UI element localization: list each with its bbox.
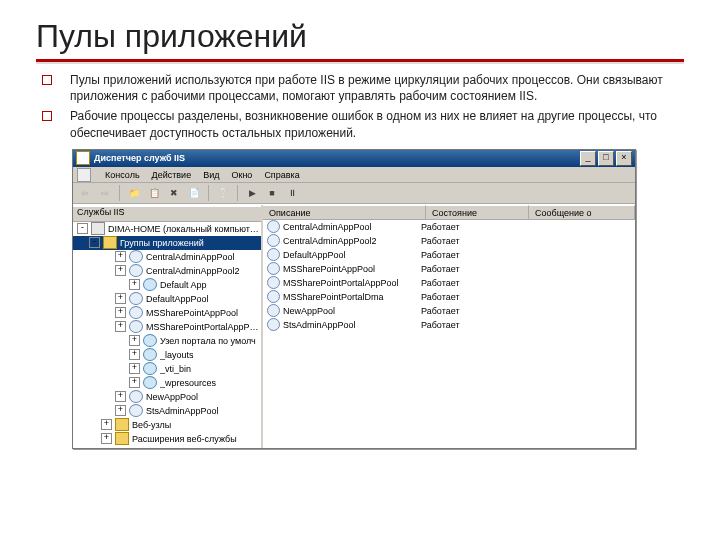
separator	[119, 185, 120, 201]
collapse-icon[interactable]: -	[77, 223, 88, 234]
list-row[interactable]: CentralAdminAppPool2Работает	[263, 234, 635, 248]
column-header[interactable]: Описание	[263, 205, 426, 219]
menu-bar: Консоль Действие Вид Окно Справка	[73, 167, 635, 183]
list-row[interactable]: MSSharePointPortalAppPoolРаботает	[263, 276, 635, 290]
expand-icon[interactable]: +	[129, 349, 140, 360]
menu-item[interactable]: Действие	[152, 170, 192, 180]
tree-label: DIMA-HOME (локальный компьютер)	[108, 224, 261, 234]
tree-label: CentralAdminAppPool2	[146, 266, 240, 276]
expand-icon[interactable]: +	[129, 279, 140, 290]
expand-icon[interactable]: +	[115, 265, 126, 276]
collapse-icon[interactable]: -	[89, 237, 100, 248]
close-button[interactable]: ×	[616, 151, 632, 166]
cell-state: Работает	[417, 264, 511, 274]
expand-icon[interactable]: +	[115, 307, 126, 318]
tree-label: Веб-узлы	[132, 420, 171, 430]
tree-label: Расширения веб-службы	[132, 434, 237, 444]
tree-node-selected[interactable]: - Группы приложений	[73, 236, 261, 250]
tree-node[interactable]: +DefaultAppPool	[73, 292, 261, 306]
apppool-icon	[267, 234, 280, 247]
tree-node[interactable]: +Веб-узлы	[73, 418, 261, 432]
menu-item[interactable]: Справка	[264, 170, 299, 180]
expand-icon[interactable]: +	[129, 363, 140, 374]
tree-node[interactable]: +MSSharePointPortalAppPool	[73, 320, 261, 334]
cell-desc: MSSharePointAppPool	[283, 264, 375, 274]
column-header[interactable]: Состояние	[426, 205, 529, 219]
tree-node[interactable]: +_wpresources	[73, 376, 261, 390]
tree-label: _wpresources	[160, 378, 216, 388]
up-icon[interactable]: 📁	[126, 185, 142, 201]
forward-icon[interactable]: ⇨	[97, 185, 113, 201]
tree-node[interactable]: +_layouts	[73, 348, 261, 362]
menu-item[interactable]: Вид	[203, 170, 219, 180]
apppool-icon	[267, 318, 280, 331]
help-icon[interactable]: ❔	[215, 185, 231, 201]
expand-icon[interactable]: +	[115, 251, 126, 262]
back-icon[interactable]: ⇦	[77, 185, 93, 201]
menu-item[interactable]: Окно	[231, 170, 252, 180]
list-row[interactable]: NewAppPoolРаботает	[263, 304, 635, 318]
expand-icon[interactable]: +	[115, 405, 126, 416]
gear-icon	[129, 404, 143, 417]
stop-icon[interactable]: ■	[264, 185, 280, 201]
expand-icon[interactable]: +	[115, 321, 126, 332]
tree-node[interactable]: +StsAdminAppPool	[73, 404, 261, 418]
delete-icon[interactable]: ✖	[166, 185, 182, 201]
tree-node[interactable]: +NewAppPool	[73, 390, 261, 404]
tree-view[interactable]: Службы IIS - DIMA-HOME (локальный компью…	[73, 205, 263, 448]
list-row[interactable]: MSSharePointPortalDmaРаботает	[263, 290, 635, 304]
tree-label: StsAdminAppPool	[146, 406, 219, 416]
expand-icon[interactable]: +	[101, 433, 112, 444]
tree-node[interactable]: +CentralAdminAppPool2	[73, 264, 261, 278]
toolbar: ⇦ ⇨ 📁 📋 ✖ 📄 ❔ ▶ ■ ⏸	[73, 183, 635, 203]
gear-icon	[129, 250, 143, 263]
list-row[interactable]: StsAdminAppPoolРаботает	[263, 318, 635, 332]
globe-icon	[143, 348, 157, 361]
tree-label: DefaultAppPool	[146, 294, 209, 304]
folder-icon	[115, 432, 129, 445]
tree-label: Узел портала по умолч	[160, 336, 256, 346]
tree-node[interactable]: +Default App	[73, 278, 261, 292]
refresh-icon[interactable]: 📄	[186, 185, 202, 201]
app-icon	[76, 151, 90, 165]
gear-icon	[129, 292, 143, 305]
apppool-icon	[267, 248, 280, 261]
globe-icon	[143, 278, 157, 291]
globe-icon	[143, 362, 157, 375]
pause-icon[interactable]: ⏸	[284, 185, 300, 201]
column-header[interactable]: Сообщение о состоянии	[529, 205, 635, 219]
list-row[interactable]: DefaultAppPoolРаботает	[263, 248, 635, 262]
mmc-icon	[77, 168, 91, 182]
separator	[237, 185, 238, 201]
globe-icon	[143, 334, 157, 347]
computer-icon	[91, 222, 105, 235]
list-header-row: Описание Состояние Сообщение о состоянии	[263, 205, 635, 220]
tree-root[interactable]: - DIMA-HOME (локальный компьютер)	[73, 222, 261, 236]
expand-icon[interactable]: +	[101, 419, 112, 430]
maximize-button[interactable]: □	[598, 151, 614, 166]
tree-node[interactable]: +MSSharePointAppPool	[73, 306, 261, 320]
cell-state: Работает	[417, 278, 511, 288]
expand-icon[interactable]: +	[115, 293, 126, 304]
expand-icon[interactable]: +	[129, 377, 140, 388]
expand-icon[interactable]: +	[115, 391, 126, 402]
tree-label: NewAppPool	[146, 392, 198, 402]
title-underline	[36, 59, 684, 62]
play-icon[interactable]: ▶	[244, 185, 260, 201]
folder-icon	[115, 418, 129, 431]
minimize-button[interactable]: _	[580, 151, 596, 166]
separator	[208, 185, 209, 201]
gear-icon	[129, 390, 143, 403]
tree-node[interactable]: +_vti_bin	[73, 362, 261, 376]
window-titlebar[interactable]: Диспетчер служб IIS _ □ ×	[73, 150, 635, 167]
expand-icon[interactable]: +	[129, 335, 140, 346]
list-row[interactable]: CentralAdminAppPoolРаботает	[263, 220, 635, 234]
tree-node[interactable]: +Расширения веб-службы	[73, 432, 261, 446]
tree-node[interactable]: +CentralAdminAppPool	[73, 250, 261, 264]
tree-node[interactable]: +Узел портала по умолч	[73, 334, 261, 348]
cell-state: Работает	[417, 222, 511, 232]
list-view[interactable]: Описание Состояние Сообщение о состоянии…	[263, 205, 635, 448]
properties-icon[interactable]: 📋	[146, 185, 162, 201]
list-row[interactable]: MSSharePointAppPoolРаботает	[263, 262, 635, 276]
menu-item[interactable]: Консоль	[105, 170, 140, 180]
